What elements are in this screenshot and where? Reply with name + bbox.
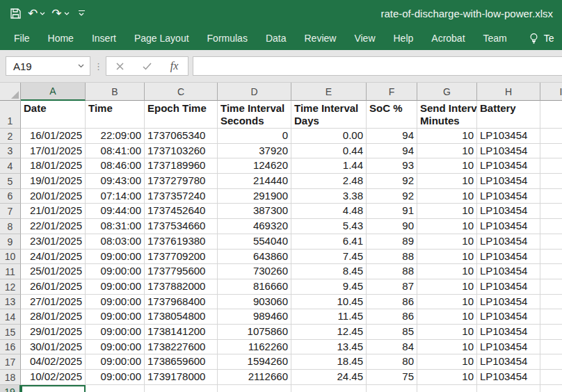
select-all-button[interactable] — [0, 83, 21, 101]
cell-F1[interactable]: SoC % — [367, 101, 417, 129]
cell-F11[interactable]: 88 — [367, 264, 417, 279]
cell-D9[interactable]: 554040 — [218, 234, 291, 250]
cell-H10[interactable]: LP103454 — [477, 250, 540, 265]
ribbon-tab-review[interactable]: Review — [296, 26, 346, 50]
cell-I13[interactable] — [540, 295, 562, 310]
cell-C14[interactable]: 1738054800 — [145, 309, 218, 325]
cell-G2[interactable]: 10 — [417, 129, 477, 144]
cell-D5[interactable]: 214440 — [218, 174, 291, 189]
cell-E7[interactable]: 4.48 — [291, 204, 367, 219]
cell-D7[interactable]: 387300 — [218, 204, 291, 219]
row-header-2[interactable]: 2 — [0, 129, 21, 144]
cell-H5[interactable]: LP103454 — [477, 174, 540, 189]
cell-G4[interactable]: 10 — [417, 158, 477, 174]
cell-G5[interactable]: 10 — [417, 174, 477, 189]
cell-F2[interactable]: 94 — [367, 129, 417, 144]
cell-I8[interactable] — [540, 219, 562, 234]
cell-I4[interactable] — [540, 158, 562, 174]
cell-E3[interactable]: 0.44 — [291, 144, 367, 159]
cell-G7[interactable]: 10 — [417, 204, 477, 219]
row-header-5[interactable]: 5 — [0, 174, 21, 189]
cell-C12[interactable]: 1737882000 — [145, 279, 218, 295]
column-header-E[interactable]: E — [291, 83, 367, 101]
cell-H13[interactable]: LP103454 — [477, 295, 540, 310]
cell-A17[interactable]: 04/02/2025 — [21, 354, 86, 370]
cell-I1[interactable] — [540, 101, 562, 129]
cell-I6[interactable] — [540, 189, 562, 204]
cell-A15[interactable]: 29/01/2025 — [21, 325, 86, 340]
cell-D14[interactable]: 989460 — [218, 309, 291, 325]
cell-C16[interactable]: 1738227600 — [145, 340, 218, 355]
column-header-D[interactable]: D — [218, 83, 291, 101]
save-button[interactable] — [10, 8, 22, 19]
cell-A4[interactable]: 18/01/2025 — [21, 158, 86, 174]
cell-C11[interactable]: 1737795600 — [145, 264, 218, 279]
column-header-G[interactable]: G — [417, 83, 477, 101]
cell-A16[interactable]: 30/01/2025 — [21, 340, 86, 355]
cell-F5[interactable]: 92 — [367, 174, 417, 189]
cell-G11[interactable]: 10 — [417, 264, 477, 279]
cell-I9[interactable] — [540, 234, 562, 250]
cell-D12[interactable]: 816660 — [218, 279, 291, 295]
ribbon-tab-acrobat[interactable]: Acrobat — [422, 26, 474, 50]
cell-D6[interactable]: 291900 — [218, 189, 291, 204]
cell-H1[interactable]: Battery — [477, 101, 540, 129]
cell-B15[interactable]: 09:00:00 — [86, 325, 145, 340]
cell-D17[interactable]: 1594260 — [218, 354, 291, 370]
row-header-13[interactable]: 13 — [0, 295, 21, 310]
cell-B3[interactable]: 08:41:00 — [86, 144, 145, 159]
cell-C9[interactable]: 1737619380 — [145, 234, 218, 250]
cell-F18[interactable]: 75 — [367, 370, 417, 385]
column-header-C[interactable]: C — [145, 83, 218, 101]
cell-A14[interactable]: 28/01/2025 — [21, 309, 86, 325]
cell-A5[interactable]: 19/01/2025 — [21, 174, 86, 189]
ribbon-tab-data[interactable]: Data — [257, 26, 296, 50]
cell-E18[interactable]: 24.45 — [291, 370, 367, 385]
cell-E10[interactable]: 7.45 — [291, 250, 367, 265]
column-header-I[interactable]: I — [540, 83, 562, 101]
cell-D10[interactable]: 643860 — [218, 250, 291, 265]
cell-B5[interactable]: 09:43:00 — [86, 174, 145, 189]
ribbon-tab-insert[interactable]: Insert — [83, 26, 125, 50]
cell-G18[interactable]: 10 — [417, 370, 477, 385]
cell-D8[interactable]: 469320 — [218, 219, 291, 234]
cell-F14[interactable]: 86 — [367, 309, 417, 325]
cell-F7[interactable]: 91 — [367, 204, 417, 219]
cell-H8[interactable]: LP103454 — [477, 219, 540, 234]
cell-G10[interactable]: 10 — [417, 250, 477, 265]
cell-D4[interactable]: 124620 — [218, 158, 291, 174]
ribbon-tab-formulas[interactable]: Formulas — [198, 26, 257, 50]
cell-E15[interactable]: 12.45 — [291, 325, 367, 340]
cell-G12[interactable]: 10 — [417, 279, 477, 295]
undo-button[interactable]: ↶ — [28, 8, 45, 19]
cell-B8[interactable]: 08:31:00 — [86, 219, 145, 234]
cell-B10[interactable]: 09:00:00 — [86, 250, 145, 265]
cell-H12[interactable]: LP103454 — [477, 279, 540, 295]
cell-H7[interactable]: LP103454 — [477, 204, 540, 219]
cell-D19[interactable] — [218, 385, 291, 392]
cell-C8[interactable]: 1737534660 — [145, 219, 218, 234]
column-header-F[interactable]: F — [367, 83, 417, 101]
cell-A7[interactable]: 21/01/2025 — [21, 204, 86, 219]
cell-F3[interactable]: 94 — [367, 144, 417, 159]
cell-I16[interactable] — [540, 340, 562, 355]
cell-E13[interactable]: 10.45 — [291, 295, 367, 310]
cell-G14[interactable]: 10 — [417, 309, 477, 325]
cell-H11[interactable]: LP103454 — [477, 264, 540, 279]
cell-H18[interactable]: LP103454 — [477, 370, 540, 385]
cell-E14[interactable]: 11.45 — [291, 309, 367, 325]
cell-C1[interactable]: Epoch Time — [145, 101, 218, 129]
row-header-15[interactable]: 15 — [0, 325, 21, 340]
cell-A10[interactable]: 24/01/2025 — [21, 250, 86, 265]
column-header-B[interactable]: B — [86, 83, 145, 101]
cell-D18[interactable]: 2112660 — [218, 370, 291, 385]
cell-A13[interactable]: 27/01/2025 — [21, 295, 86, 310]
row-header-16[interactable]: 16 — [0, 340, 21, 355]
undo-chevron-icon[interactable] — [40, 12, 45, 15]
cell-I18[interactable] — [540, 370, 562, 385]
cell-E12[interactable]: 9.45 — [291, 279, 367, 295]
row-header-14[interactable]: 14 — [0, 309, 21, 325]
row-header-4[interactable]: 4 — [0, 158, 21, 174]
row-header-3[interactable]: 3 — [0, 144, 21, 159]
cell-F19[interactable] — [367, 385, 417, 392]
